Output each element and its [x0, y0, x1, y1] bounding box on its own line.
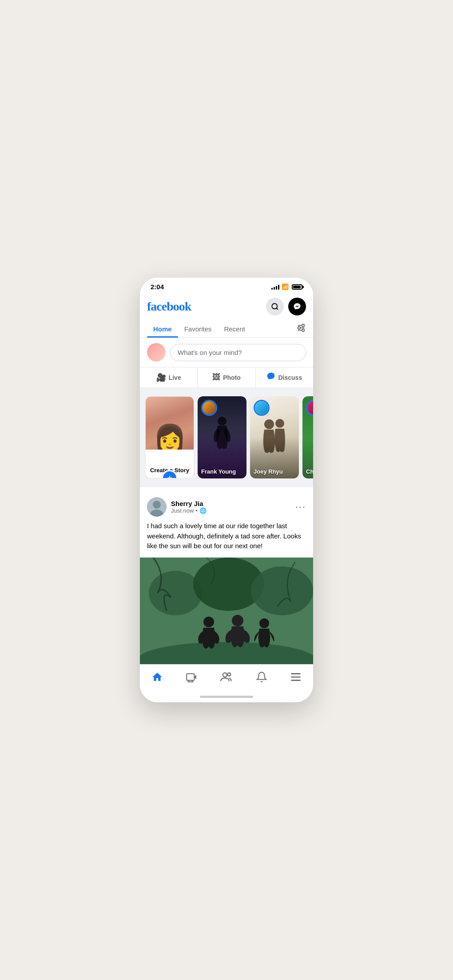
svg-point-13: [153, 501, 161, 509]
story-joey-overlay: [250, 396, 299, 478]
navigation-tabs: Home Favorites Recent: [140, 321, 313, 338]
story-frank[interactable]: Frank Young: [198, 396, 246, 478]
svg-rect-31: [291, 676, 301, 677]
post-user-info: Sherry Jia Just now • 🌐: [171, 500, 291, 514]
svg-rect-23: [187, 673, 195, 680]
story-frank-name: Frank Young: [201, 468, 243, 475]
svg-point-29: [227, 673, 230, 676]
post-card: Sherry Jia Just now • 🌐 ··· I had such a…: [140, 491, 313, 664]
create-story-card[interactable]: + Create a Story: [145, 396, 194, 478]
nav-home[interactable]: [143, 669, 172, 685]
user-avatar: [147, 343, 166, 362]
sherry-avatar: [147, 497, 167, 517]
tab-favorites[interactable]: Favorites: [178, 321, 218, 337]
svg-point-18: [251, 566, 313, 615]
photo-icon: 🖼: [212, 373, 220, 382]
filter-icon[interactable]: [296, 323, 306, 335]
signal-icon: [271, 284, 279, 290]
live-button[interactable]: 🎥 Live: [140, 367, 198, 387]
svg-point-7: [302, 329, 305, 332]
svg-point-3: [302, 324, 305, 327]
facebook-logo: facebook: [147, 299, 191, 314]
svg-point-0: [272, 304, 277, 309]
stories-section: + Create a Story: [140, 391, 313, 484]
svg-point-5: [298, 327, 301, 330]
story-chels-overlay: [302, 396, 313, 478]
tab-home[interactable]: Home: [147, 321, 178, 337]
post-image: [140, 558, 313, 664]
post-input[interactable]: What's on your mind?: [170, 344, 306, 361]
home-bar: [200, 696, 253, 698]
create-story-image: [146, 397, 194, 450]
svg-line-1: [276, 308, 278, 310]
svg-rect-32: [291, 680, 301, 681]
svg-point-20: [203, 617, 214, 627]
svg-point-21: [232, 615, 243, 626]
post-header: Sherry Jia Just now • 🌐 ···: [140, 491, 313, 521]
story-chels[interactable]: Chels Wells: [302, 396, 313, 478]
story-frank-overlay: [198, 396, 246, 478]
post-text: I had such a lovely time at our ride tog…: [140, 521, 313, 558]
story-chels-name: Chels Wells: [306, 468, 313, 475]
discuss-button[interactable]: Discuss: [256, 367, 313, 387]
stories-scroll[interactable]: + Create a Story: [140, 394, 313, 480]
messenger-button[interactable]: [288, 298, 306, 315]
tab-recent[interactable]: Recent: [218, 321, 251, 337]
photo-button[interactable]: 🖼 Photo: [198, 367, 255, 387]
post-author-avatar: [147, 497, 167, 517]
post-username: Sherry Jia: [171, 500, 291, 507]
status-icons: 📶: [271, 283, 302, 290]
svg-point-22: [259, 618, 269, 628]
post-divider: [140, 484, 313, 487]
nav-friends[interactable]: [211, 669, 242, 685]
wifi-icon: 📶: [282, 283, 289, 290]
nav-menu[interactable]: [281, 669, 310, 685]
post-creator: What's on your mind?: [140, 338, 313, 367]
post-more-button[interactable]: ···: [295, 502, 306, 512]
app-header: facebook: [140, 294, 313, 321]
post-meta: Just now • 🌐: [171, 507, 291, 514]
discuss-icon: [266, 372, 275, 383]
search-button[interactable]: [266, 298, 284, 315]
story-joey[interactable]: Joey Rhyu: [250, 396, 299, 478]
phone-frame: 2:04 📶 facebook: [140, 278, 313, 702]
header-icons: [266, 298, 306, 315]
battery-icon: [292, 284, 302, 290]
section-divider: [140, 387, 313, 391]
home-indicator: [140, 694, 313, 702]
svg-point-16: [149, 571, 202, 615]
story-joey-name: Joey Rhyu: [254, 468, 295, 475]
status-time: 2:04: [151, 283, 164, 291]
post-actions: 🎥 Live 🖼 Photo Discuss: [140, 367, 313, 387]
nav-notifications[interactable]: [247, 669, 276, 685]
bottom-nav: [140, 664, 313, 694]
svg-point-28: [223, 673, 227, 677]
live-icon: 🎥: [156, 373, 166, 382]
status-bar: 2:04 📶: [140, 278, 313, 294]
nav-video[interactable]: [177, 669, 206, 685]
svg-rect-30: [291, 673, 301, 674]
